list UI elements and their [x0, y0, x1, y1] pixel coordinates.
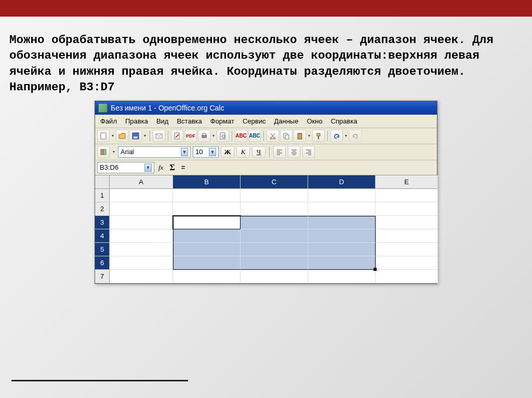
- cell-D4[interactable]: [308, 229, 376, 243]
- cell-B1[interactable]: [173, 189, 241, 202]
- cell-E7[interactable]: [376, 270, 438, 283]
- menu-view[interactable]: Вид: [153, 116, 172, 126]
- cell-A5[interactable]: [110, 243, 173, 256]
- new-doc-dropdown[interactable]: ▾: [111, 130, 115, 142]
- cell-D1[interactable]: [308, 189, 376, 202]
- cell-C5[interactable]: [241, 243, 308, 256]
- cell-A4[interactable]: [110, 229, 173, 243]
- cell-A6[interactable]: [110, 256, 173, 270]
- cell-D7[interactable]: [308, 270, 376, 283]
- cell-B6[interactable]: [173, 256, 241, 270]
- menu-tools[interactable]: Сервис: [240, 116, 269, 126]
- undo-icon[interactable]: [330, 130, 343, 142]
- cell-B3[interactable]: [173, 216, 241, 229]
- menu-format[interactable]: Формат: [207, 116, 237, 126]
- function-wizard-icon[interactable]: fx: [156, 163, 165, 172]
- cell-A1[interactable]: [110, 189, 173, 202]
- separator: [232, 131, 232, 141]
- cell-E2[interactable]: [376, 202, 438, 216]
- cell-E6[interactable]: [376, 256, 438, 270]
- cell-A7[interactable]: [110, 270, 173, 283]
- styles-dropdown[interactable]: ▾: [112, 146, 116, 158]
- svg-rect-7: [220, 133, 225, 139]
- cell-B2[interactable]: [173, 202, 241, 216]
- menu-window[interactable]: Окно: [303, 116, 325, 126]
- col-head-C[interactable]: C: [241, 175, 308, 189]
- row-head-2[interactable]: 2: [95, 202, 110, 216]
- col-head-D[interactable]: D: [308, 175, 376, 189]
- cell-C4[interactable]: [241, 229, 308, 243]
- row-head-1[interactable]: 1: [95, 189, 110, 202]
- sum-icon[interactable]: Σ: [167, 163, 177, 172]
- cell-E4[interactable]: [376, 229, 438, 243]
- format-toolbar: ▾ Arial ▼ 10 ▼ Ж К Ч: [95, 144, 437, 160]
- menu-data[interactable]: Данные: [271, 116, 301, 126]
- italic-button[interactable]: К: [236, 146, 250, 158]
- print-icon[interactable]: [198, 130, 210, 142]
- align-left-icon[interactable]: [273, 146, 286, 158]
- row-head-7[interactable]: 7: [95, 270, 110, 283]
- menu-file[interactable]: Файл: [97, 116, 120, 126]
- svg-rect-15: [317, 133, 320, 136]
- font-name-select[interactable]: Arial ▼: [118, 146, 191, 158]
- styles-icon[interactable]: [97, 146, 110, 158]
- slide-content: Можно обрабатывать одновременно нескольк…: [0, 17, 532, 284]
- svg-rect-12: [285, 135, 289, 139]
- cell-B7[interactable]: [173, 270, 241, 283]
- cell-C1[interactable]: [241, 189, 308, 202]
- name-box[interactable]: B3:D6 ▼: [97, 162, 154, 173]
- copy-icon[interactable]: [280, 130, 292, 142]
- cell-A3[interactable]: [110, 216, 173, 229]
- cell-D6[interactable]: [308, 256, 376, 270]
- cell-B5[interactable]: [173, 243, 241, 256]
- select-all-corner[interactable]: [95, 175, 110, 189]
- cell-C7[interactable]: [241, 270, 308, 283]
- row-head-4[interactable]: 4: [95, 229, 110, 243]
- pdf-icon[interactable]: PDF: [184, 130, 197, 142]
- bold-button[interactable]: Ж: [221, 146, 234, 158]
- align-right-icon[interactable]: [302, 146, 315, 158]
- cell-E3[interactable]: [376, 216, 438, 229]
- edit-file-icon[interactable]: [171, 130, 183, 142]
- format-paintbrush-icon[interactable]: [312, 130, 325, 142]
- menu-edit[interactable]: Правка: [122, 116, 151, 126]
- row-head-5[interactable]: 5: [95, 243, 110, 256]
- cell-E1[interactable]: [376, 189, 438, 202]
- row-head-6[interactable]: 6: [95, 256, 110, 270]
- cell-B4[interactable]: [173, 229, 241, 243]
- cell-C6[interactable]: [241, 256, 308, 270]
- cell-D3[interactable]: [308, 216, 376, 229]
- autospell-icon[interactable]: ABC: [248, 130, 261, 142]
- cell-A2[interactable]: [110, 202, 173, 216]
- spellcheck-icon[interactable]: ABC: [235, 130, 247, 142]
- save-dropdown[interactable]: ▾: [143, 130, 147, 142]
- cell-C2[interactable]: [241, 202, 308, 216]
- mail-icon[interactable]: [153, 130, 165, 142]
- print-dropdown[interactable]: ▾: [211, 130, 216, 142]
- menu-insert[interactable]: Вставка: [174, 116, 205, 126]
- font-size-select[interactable]: 10 ▼: [193, 146, 219, 158]
- col-head-A[interactable]: A: [110, 175, 173, 189]
- new-doc-icon[interactable]: [97, 130, 110, 142]
- redo-icon[interactable]: [349, 130, 362, 142]
- paste-icon[interactable]: [294, 130, 306, 142]
- undo-dropdown[interactable]: ▾: [344, 130, 348, 142]
- row-head-3[interactable]: 3: [95, 216, 110, 229]
- formula-equals-icon[interactable]: =: [179, 163, 188, 171]
- save-icon[interactable]: [129, 130, 142, 142]
- cell-C3[interactable]: [241, 216, 308, 229]
- open-icon[interactable]: [116, 130, 128, 142]
- cell-D2[interactable]: [308, 202, 376, 216]
- cut-icon[interactable]: [267, 130, 279, 142]
- col-head-E[interactable]: E: [376, 175, 438, 189]
- spreadsheet-grid[interactable]: A B C D E 1 2 3 4: [95, 175, 437, 283]
- preview-icon[interactable]: [217, 130, 229, 142]
- col-head-B[interactable]: B: [173, 175, 241, 189]
- align-center-icon[interactable]: [288, 146, 300, 158]
- paste-dropdown[interactable]: ▾: [307, 130, 311, 142]
- separator: [150, 131, 150, 141]
- cell-D5[interactable]: [308, 243, 376, 256]
- underline-button[interactable]: Ч: [252, 146, 265, 158]
- cell-E5[interactable]: [376, 243, 438, 256]
- menu-help[interactable]: Справка: [328, 116, 361, 126]
